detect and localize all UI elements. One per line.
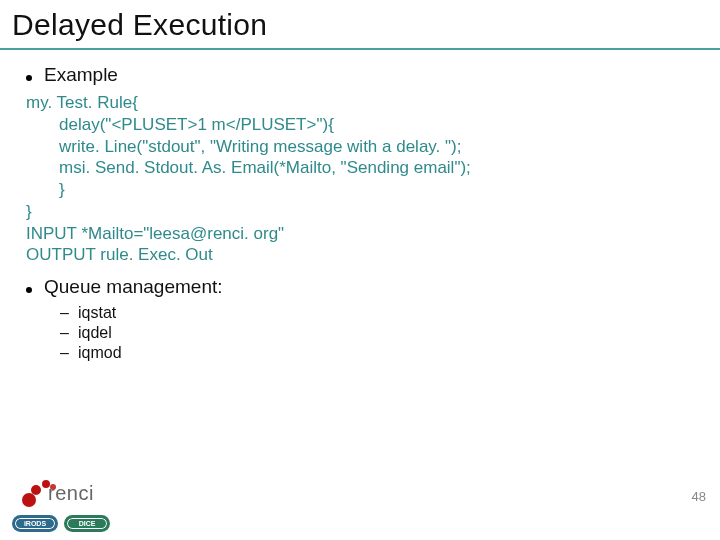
code-line: delay("<PLUSET>1 m</PLUSET>"){ bbox=[26, 115, 334, 134]
slide-content: Example my. Test. Rule{ delay("<PLUSET>1… bbox=[0, 50, 720, 362]
dice-badge: DICE bbox=[66, 517, 108, 530]
renci-logo: renci bbox=[22, 478, 112, 508]
code-line: OUTPUT rule. Exec. Out bbox=[26, 245, 213, 264]
code-line: } bbox=[26, 202, 32, 221]
slide-title: Delayed Execution bbox=[0, 0, 720, 50]
code-line: INPUT *Mailto="leesa@renci. org" bbox=[26, 224, 284, 243]
irods-badge: iRODS bbox=[14, 517, 56, 530]
dash-icon: – bbox=[60, 344, 70, 362]
page-number: 48 bbox=[692, 489, 706, 504]
code-line: } bbox=[26, 180, 65, 199]
bullet-example: Example bbox=[26, 64, 698, 86]
dash-icon: – bbox=[60, 324, 70, 342]
footer-badges: iRODS DICE bbox=[14, 517, 108, 530]
footer: 48 renci iRODS DICE bbox=[0, 474, 720, 534]
bullet-example-label: Example bbox=[44, 64, 118, 86]
sub-bullet-label: iqmod bbox=[78, 344, 122, 362]
renci-logo-text: renci bbox=[48, 482, 94, 505]
sub-bullet-label: iqstat bbox=[78, 304, 116, 322]
sub-bullet: – iqstat bbox=[60, 304, 698, 322]
bullet-dot-icon bbox=[26, 287, 32, 293]
dash-icon: – bbox=[60, 304, 70, 322]
code-line: write. Line("stdout", "Writing message w… bbox=[26, 137, 461, 156]
code-block: my. Test. Rule{ delay("<PLUSET>1 m</PLUS… bbox=[26, 92, 698, 266]
sub-bullet: – iqmod bbox=[60, 344, 698, 362]
sub-bullet: – iqdel bbox=[60, 324, 698, 342]
bullet-queue: Queue management: bbox=[26, 276, 698, 298]
bullet-dot-icon bbox=[26, 75, 32, 81]
sub-bullet-label: iqdel bbox=[78, 324, 112, 342]
bullet-queue-label: Queue management: bbox=[44, 276, 223, 298]
code-line: msi. Send. Stdout. As. Email(*Mailto, "S… bbox=[26, 158, 471, 177]
code-line: my. Test. Rule{ bbox=[26, 93, 138, 112]
